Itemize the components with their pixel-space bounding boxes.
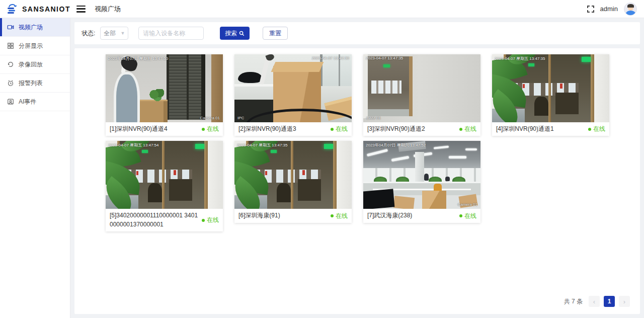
osd-timestamp: 2023年04月07日 星期六 13:47:52 (366, 142, 426, 148)
status-filter-label: 状态: (82, 29, 95, 38)
video-camera-icon (7, 24, 14, 31)
camera-card: 2023-04-07 13:47:35 CAM 01 [3]深圳NVR(90)通… (363, 54, 480, 136)
filter-bar: 状态: 全部 ▼ 搜索 重置 (74, 22, 640, 44)
status-badge: 在线 (202, 216, 219, 224)
reset-button[interactable]: 重置 (263, 27, 288, 40)
camera-thumbnail[interactable]: 2023-04-07 星期五 13:47:35 (234, 141, 352, 209)
online-dot-icon (331, 214, 334, 217)
status-badge: 在线 (588, 125, 605, 133)
camera-grid: 2023年04月07日 星期五 13:47:50 Camera 01 [1]深圳… (106, 54, 640, 231)
osd-camera-name: IPC (237, 116, 244, 120)
camera-list-panel: 2023年04月07日 星期五 13:47:50 Camera 01 [1]深圳… (74, 48, 640, 314)
online-dot-icon (588, 128, 591, 131)
camera-thumbnail[interactable]: 2023-04-07 星期五 13:47:35 (492, 54, 609, 122)
osd-timestamp: 2023-04-07 13:47:35 (366, 56, 403, 60)
osd-timestamp: 2023-04-07 星期五 13:47:35 (237, 142, 288, 148)
camera-name: [3]深圳NVR(90)通道2 (367, 125, 456, 133)
chevron-down-icon: ▼ (120, 31, 125, 36)
top-header: SANSANIOT 视频广场 admin (0, 0, 644, 18)
camera-thumbnail[interactable]: 2023-04-07 13:47:35 CAM 01 (363, 54, 480, 122)
split-screen-icon (7, 42, 14, 49)
osd-camera-name: Camera 01 (200, 116, 220, 120)
prev-page-button[interactable]: ‹ (589, 296, 600, 307)
camera-thumbnail[interactable]: 2023年04月07日 星期六 13:47:52 Camera 01 (363, 141, 480, 209)
sidebar-item-alarm-list[interactable]: 报警列表 (0, 74, 70, 93)
sidebar-item-label: 录像回放 (19, 60, 43, 69)
camera-thumbnail[interactable]: 2023年04月07日 星期五 13:47:50 Camera 01 (106, 54, 223, 122)
search-button-label: 搜索 (225, 29, 237, 38)
status-badge: 在线 (459, 212, 476, 220)
status-badge: 在线 (331, 212, 348, 220)
pagination-total: 共 7 条 (564, 297, 583, 306)
app-logo: SANSANIOT (0, 4, 70, 14)
osd-timestamp: 2023-04-07 13:42:30 (312, 56, 349, 60)
status-badge: 在线 (459, 125, 476, 133)
camera-card: 2023年04月07日 星期六 13:47:52 Camera 01 [7]武汉… (363, 141, 480, 222)
camera-card: 2023-04-07 星期五 13:47:35 [4]深圳NVR(90)通道1 … (492, 54, 609, 136)
camera-card: 2023-04-07 星期五 13:47:35 [6]深圳海康(91) 在线 (234, 141, 352, 222)
sidebar-item-ai-events[interactable]: AI事件 (0, 93, 70, 111)
status-select[interactable]: 全部 ▼ (100, 27, 128, 40)
playback-icon (7, 61, 14, 68)
camera-name: [7]武汉海康(238) (367, 211, 456, 220)
online-dot-icon (202, 128, 205, 131)
device-name-input[interactable] (138, 27, 204, 40)
camera-card: 2023年04月07日 星期五 13:47:50 Camera 01 [1]深圳… (106, 54, 223, 136)
online-dot-icon (459, 214, 462, 217)
sidebar-item-split-screen[interactable]: 分屏显示 (0, 37, 70, 55)
osd-timestamp: 2023-04-07 星期五 13:47:35 (495, 56, 545, 61)
next-page-button[interactable]: › (619, 296, 630, 307)
camera-name: [6]深圳海康(91) (238, 211, 328, 220)
osd-camera-name: CAM 01 (366, 116, 381, 120)
status-badge: 在线 (331, 125, 348, 133)
logo-icon (6, 4, 19, 14)
osd-camera-name: Camera 01 (457, 202, 477, 207)
camera-thumbnail[interactable]: 2023-04-07 星期五 13:47:54 (106, 141, 223, 209)
sidebar: 视频广场 分屏显示 录像回放 报警列表 AI事件 (0, 18, 70, 318)
camera-name: [1]深圳NVR(90)通道4 (110, 125, 199, 133)
avatar[interactable] (624, 3, 637, 16)
sidebar-item-label: 报警列表 (19, 79, 43, 88)
sidebar-item-video-plaza[interactable]: 视频广场 (0, 18, 70, 37)
online-dot-icon (459, 128, 462, 131)
chevron-left-icon: ‹ (593, 298, 595, 305)
osd-timestamp: 2023-04-07 星期五 13:47:54 (108, 142, 159, 148)
page-title: 视频广场 (95, 5, 121, 14)
status-select-value: 全部 (104, 29, 116, 38)
online-dot-icon (202, 219, 205, 222)
camera-name: [5]34020000001110000001 3401000000137000… (110, 211, 199, 229)
menu-toggle-icon[interactable] (76, 6, 86, 13)
search-button[interactable]: 搜索 (220, 27, 250, 40)
camera-name: [4]深圳NVR(90)通道1 (496, 125, 585, 133)
page-button-1[interactable]: 1 (604, 296, 615, 307)
main-content: 状态: 全部 ▼ 搜索 重置 2023年04月07日 星期五 13:47:50 … (70, 18, 644, 318)
pagination: 共 7 条 ‹ 1 › (564, 296, 630, 307)
alarm-icon (7, 80, 14, 87)
sidebar-item-label: 视频广场 (19, 23, 43, 32)
camera-card: 2023-04-07 星期五 13:47:54 [5]3402000000111… (106, 141, 223, 231)
camera-card: 2023-04-07 13:42:30 IPC [2]深圳NVR(90)通道3 … (234, 54, 352, 136)
sidebar-item-label: 分屏显示 (19, 42, 43, 50)
sidebar-item-playback[interactable]: 录像回放 (0, 55, 70, 74)
fullscreen-icon[interactable] (587, 6, 594, 13)
ai-event-icon (7, 98, 14, 105)
username[interactable]: admin (600, 5, 618, 13)
camera-name: [2]深圳NVR(90)通道3 (238, 125, 328, 133)
search-icon (239, 31, 245, 36)
sidebar-item-label: AI事件 (19, 98, 36, 106)
status-badge: 在线 (202, 125, 219, 133)
camera-thumbnail[interactable]: 2023-04-07 13:42:30 IPC (234, 54, 352, 122)
online-dot-icon (331, 128, 334, 131)
logo-text: SANSANIOT (22, 5, 70, 13)
chevron-right-icon: › (623, 298, 625, 305)
osd-timestamp: 2023年04月07日 星期五 13:47:50 (108, 56, 168, 61)
